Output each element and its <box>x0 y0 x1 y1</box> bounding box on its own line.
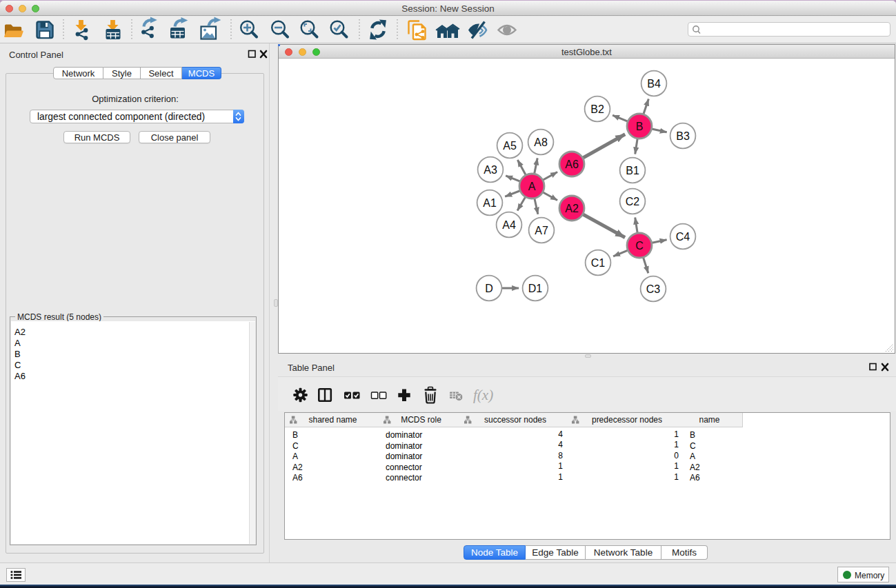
svg-text:C1: C1 <box>591 257 606 269</box>
svg-text:A4: A4 <box>502 219 516 231</box>
svg-text:B2: B2 <box>590 103 604 115</box>
svg-text:C4: C4 <box>676 231 690 243</box>
svg-text:D: D <box>485 283 493 294</box>
svg-text:C2: C2 <box>626 196 640 207</box>
svg-text:A6: A6 <box>565 159 579 170</box>
svg-text:B1: B1 <box>626 165 639 176</box>
svg-text:A7: A7 <box>535 225 548 236</box>
svg-text:Memory: Memory <box>855 571 884 580</box>
svg-text:f(x): f(x) <box>473 387 493 403</box>
svg-text:A3: A3 <box>484 164 497 176</box>
svg-text:C: C <box>635 240 644 252</box>
svg-text:B3: B3 <box>676 130 690 142</box>
svg-text:A8: A8 <box>534 136 548 148</box>
svg-text:D1: D1 <box>528 283 543 294</box>
svg-text:C3: C3 <box>646 283 661 295</box>
svg-text:A5: A5 <box>503 140 517 152</box>
svg-text:A: A <box>528 181 536 192</box>
svg-text:B4: B4 <box>647 78 661 90</box>
svg-text:B: B <box>636 121 644 132</box>
svg-text:A2: A2 <box>565 203 579 214</box>
svg-text:A1: A1 <box>483 197 497 209</box>
